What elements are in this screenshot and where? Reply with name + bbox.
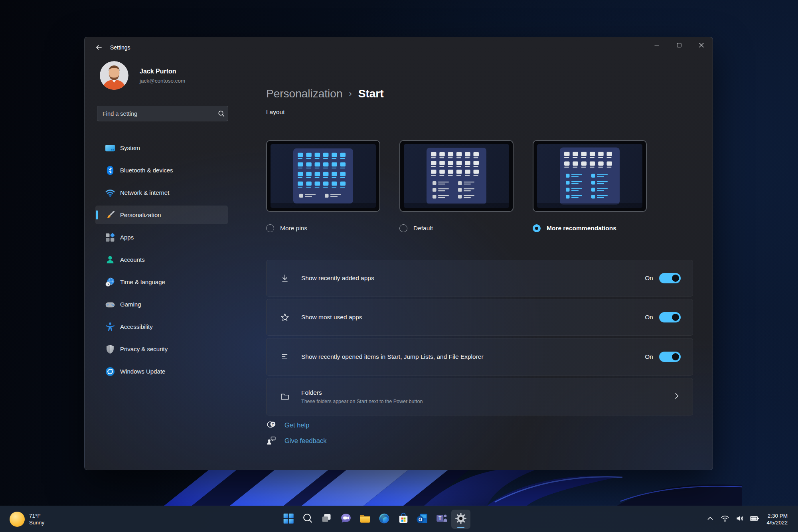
- sidebar-item-personalization[interactable]: Personalization: [95, 206, 228, 224]
- tray-battery[interactable]: [750, 514, 759, 524]
- setting-row-show-most-used-apps[interactable]: Show most used appsOn: [266, 299, 693, 336]
- setting-row-text: FoldersThese folders appear on Start nex…: [301, 389, 423, 404]
- taskbar-settings-button[interactable]: [451, 510, 470, 529]
- setting-row-label: Show most used apps: [301, 314, 362, 321]
- sidebar-item-accounts[interactable]: Accounts: [95, 250, 228, 269]
- network-icon: [105, 188, 115, 198]
- taskbar-outlook-button[interactable]: O: [413, 510, 432, 529]
- sidebar-item-apps[interactable]: Apps: [95, 228, 228, 247]
- taskbar-search-button[interactable]: [298, 510, 317, 529]
- sidebar-item-time-and-language[interactable]: Time & language: [95, 273, 228, 291]
- svg-text:T: T: [439, 516, 442, 521]
- layout-radio-row-more-recommendations: More recommendations: [533, 224, 647, 232]
- svg-text:O: O: [419, 517, 422, 522]
- get-help-link[interactable]: ?Get help: [266, 419, 326, 431]
- tray-wifi[interactable]: [720, 514, 730, 524]
- time-language-icon: [105, 277, 115, 287]
- taskbar-task-view-button[interactable]: [317, 510, 336, 529]
- system-icon: [105, 143, 115, 153]
- search-input[interactable]: [97, 111, 214, 117]
- sidebar-item-privacy-and-security[interactable]: Privacy & security: [95, 340, 228, 358]
- layout-section-label: Layout: [266, 109, 285, 116]
- sidebar-item-system[interactable]: System: [95, 138, 228, 157]
- taskbar-file-explorer-button[interactable]: [356, 510, 375, 529]
- search-icon[interactable]: [214, 110, 228, 117]
- breadcrumb: Personalization › Start: [266, 87, 384, 100]
- sidebar-item-label: Apps: [120, 234, 134, 241]
- weather-widget[interactable]: 71°F Sunny: [6, 506, 48, 532]
- sidebar-item-gaming[interactable]: Gaming: [95, 295, 228, 314]
- taskbar-edge-button[interactable]: [375, 510, 394, 529]
- system-tray: 2:30 PM 4/5/2022: [700, 506, 788, 532]
- taskbar-teams-button[interactable]: T: [432, 510, 451, 529]
- sidebar-item-label: System: [120, 144, 140, 151]
- clock[interactable]: 2:30 PM 4/5/2022: [766, 512, 788, 526]
- radio-label-more-pins: More pins: [280, 225, 307, 232]
- file-explorer-icon: [358, 511, 373, 528]
- close-button[interactable]: [690, 37, 713, 55]
- taskbar: 71°F Sunny OT 2:30 PM 4/5/2022: [0, 506, 798, 532]
- toggle-show-recently-opened-items-in-start-jump-lists-and-file-explorer[interactable]: [659, 352, 681, 362]
- weather-condition: Sunny: [29, 519, 44, 526]
- setting-row-label: Folders: [301, 389, 423, 396]
- sidebar-item-network-and-internet[interactable]: Network & internet: [95, 183, 228, 202]
- window-title: Settings: [110, 44, 130, 51]
- radio-more-recommendations[interactable]: [533, 224, 541, 232]
- sidebar-item-accessibility[interactable]: Accessibility: [95, 317, 228, 336]
- hidden-icons-chevron-icon: [706, 514, 715, 524]
- taskbar-start-button[interactable]: [279, 510, 298, 529]
- page-title: Start: [358, 87, 384, 100]
- setting-row-folders[interactable]: FoldersThese folders appear on Start nex…: [266, 378, 693, 415]
- setting-row-label: Show recently opened items in Start, Jum…: [301, 353, 484, 360]
- tray-hidden-icons-chevron[interactable]: [705, 514, 715, 524]
- chat-icon: [338, 511, 354, 528]
- clock-date: 4/5/2022: [766, 519, 788, 526]
- sidebar-item-windows-update[interactable]: Windows Update: [95, 362, 228, 381]
- search-icon: [300, 511, 315, 528]
- radio-more-pins[interactable]: [266, 224, 274, 232]
- back-button[interactable]: [92, 42, 105, 54]
- link-label: Give feedback: [284, 437, 326, 445]
- privacy-icon: [105, 344, 115, 354]
- user-profile[interactable]: Jack Purton jack@contoso.com: [100, 61, 231, 91]
- svg-text:?: ?: [272, 422, 274, 426]
- layout-option-default: Default: [399, 140, 514, 232]
- layout-thumbnail-more-recommendations[interactable]: [533, 140, 647, 212]
- layout-thumbnail-default[interactable]: [399, 140, 514, 212]
- setting-row-show-recently-opened-items-in-start-jump-lists-and-file-explorer[interactable]: Show recently opened items in Start, Jum…: [266, 338, 693, 376]
- gaming-icon: [105, 299, 115, 310]
- weather-temp: 71°F: [29, 512, 44, 519]
- give-feedback-link[interactable]: Give feedback: [266, 435, 326, 446]
- setting-row-text: Show recently added apps: [301, 275, 374, 282]
- radio-label-more-recommendations: More recommendations: [547, 225, 616, 232]
- setting-row-show-recently-added-apps[interactable]: Show recently added appsOn: [266, 260, 693, 297]
- settings-icon: [453, 511, 468, 528]
- windows-update-icon: [105, 366, 115, 377]
- toggle-show-recently-added-apps[interactable]: [659, 273, 681, 283]
- tray-volume[interactable]: [735, 514, 745, 524]
- breadcrumb-separator-icon: ›: [349, 89, 352, 99]
- volume-icon: [735, 514, 745, 525]
- toggle-show-most-used-apps[interactable]: [659, 312, 681, 322]
- setting-row-text: Show recently opened items in Start, Jum…: [301, 353, 484, 360]
- sidebar-item-label: Gaming: [120, 301, 141, 308]
- sidebar-item-label: Personalization: [120, 212, 161, 218]
- link-label: Get help: [284, 421, 309, 429]
- sun-icon: [10, 512, 25, 527]
- layout-thumbnail-more-pins[interactable]: [266, 140, 380, 212]
- profile-email: jack@contoso.com: [140, 78, 185, 84]
- chevron-right-icon: [673, 392, 681, 401]
- wifi-icon: [720, 514, 730, 525]
- taskbar-chat-button[interactable]: [336, 510, 356, 529]
- taskbar-store-button[interactable]: [394, 510, 413, 529]
- layout-option-more-pins: More pins: [266, 140, 380, 232]
- radio-default[interactable]: [399, 224, 407, 232]
- layout-option-more-recommendations: More recommendations: [533, 140, 647, 232]
- sidebar-item-bluetooth-and-devices[interactable]: Bluetooth & devices: [95, 161, 228, 180]
- sidebar-item-label: Accessibility: [120, 323, 153, 330]
- apps-icon: [105, 232, 115, 243]
- feedback-icon: [266, 435, 277, 446]
- folder-icon: [280, 392, 290, 401]
- breadcrumb-parent[interactable]: Personalization: [266, 87, 342, 100]
- download-icon: [280, 274, 290, 283]
